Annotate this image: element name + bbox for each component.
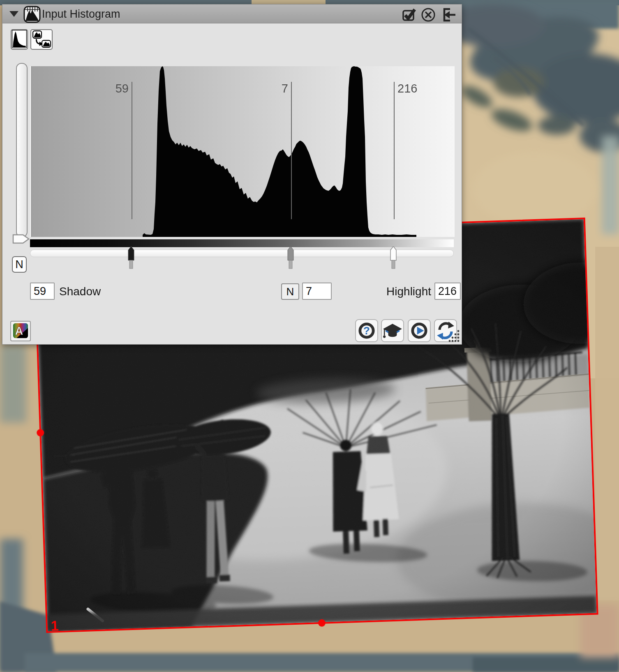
- collapse-triangle-icon[interactable]: [9, 11, 18, 17]
- apply-check-icon[interactable]: [401, 7, 418, 23]
- help-button[interactable]: ?: [355, 319, 378, 342]
- help-icon: ?: [357, 321, 376, 341]
- input-histogram-panel: Input Histogram: [2, 4, 462, 345]
- shadow-slider-handle[interactable]: [128, 246, 134, 269]
- midtone-line-label: 7: [261, 83, 288, 95]
- shadow-label: Shadow: [59, 285, 101, 298]
- vertical-slider-handle[interactable]: [12, 233, 30, 245]
- panel-title: Input Histogram: [42, 8, 120, 21]
- highlight-marker-line: [394, 82, 395, 219]
- histogram-icon: [23, 5, 41, 23]
- play-icon: [409, 321, 429, 341]
- copy-histogram-button[interactable]: [30, 29, 53, 50]
- tutorial-button[interactable]: [381, 319, 404, 342]
- midtone-n-button[interactable]: N: [281, 283, 299, 300]
- svg-text:A: A: [15, 324, 23, 337]
- highlight-line-label: 216: [397, 83, 430, 95]
- frame-index-label: 1: [51, 619, 59, 633]
- shadow-line-label: 59: [101, 83, 129, 95]
- auto-color-icon: A: [12, 322, 29, 339]
- shadow-input[interactable]: [30, 283, 55, 300]
- midtone-marker-line: [291, 82, 292, 219]
- midtone-slider-handle[interactable]: [287, 246, 294, 269]
- auto-color-button[interactable]: A: [10, 321, 31, 341]
- dock-panel-icon[interactable]: [439, 7, 457, 23]
- midtone-input[interactable]: [302, 283, 332, 300]
- histogram-curve-icon: [12, 30, 27, 48]
- close-circle-x-icon[interactable]: [420, 7, 437, 23]
- play-button[interactable]: [408, 319, 431, 342]
- svg-text:?: ?: [363, 324, 370, 337]
- highlight-slider-handle[interactable]: [390, 246, 397, 269]
- panel-titlebar[interactable]: Input Histogram: [2, 5, 462, 23]
- shadow-marker-line: [132, 82, 132, 219]
- vertical-zoom-slider[interactable]: [16, 63, 28, 237]
- histogram-view-button[interactable]: [11, 29, 28, 50]
- n-toggle-button[interactable]: N: [12, 256, 27, 273]
- resize-grip[interactable]: [446, 329, 460, 344]
- histogram-plot: 59 7 216: [30, 66, 455, 237]
- highlight-input[interactable]: [434, 283, 461, 300]
- highlight-label: Highlight: [364, 285, 431, 298]
- graduation-cap-icon: [383, 321, 402, 341]
- copy-histogram-icon: [32, 30, 51, 48]
